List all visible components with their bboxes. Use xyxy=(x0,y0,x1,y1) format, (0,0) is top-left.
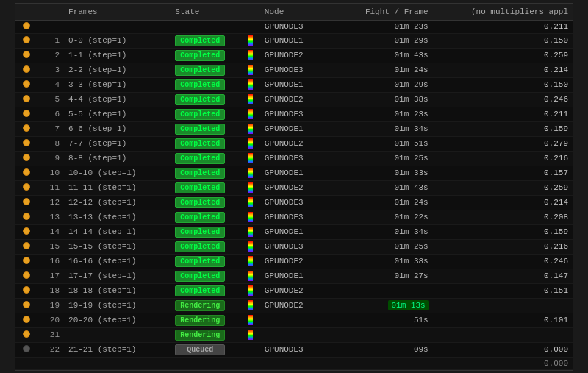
row-index: 18 xyxy=(37,283,64,298)
color-bar-cell xyxy=(248,20,260,33)
status-dot-cell xyxy=(15,342,37,357)
color-bar-cell xyxy=(248,63,260,77)
color-bar-cell xyxy=(248,121,260,136)
row-frames: 14-14 (step=1) xyxy=(64,224,171,239)
row-time: 01m 43s xyxy=(337,180,432,195)
status-badge: Completed xyxy=(175,256,225,267)
status-dot-cell xyxy=(15,166,37,180)
status-badge: Completed xyxy=(175,241,225,252)
row-value: 0.159 xyxy=(433,224,573,239)
footer-row: 0.000 xyxy=(15,357,573,369)
status-dot-cell xyxy=(15,136,37,151)
row-time: 01m 43s xyxy=(337,48,432,63)
row-node: GPUNODE3 xyxy=(260,195,338,210)
row-value: 0.157 xyxy=(433,166,573,180)
row-frames: 1-1 (step=1) xyxy=(64,48,171,63)
row-state: Completed xyxy=(171,283,248,298)
row-frames: 21-21 (step=1) xyxy=(64,342,171,357)
color-bar xyxy=(248,197,253,207)
row-state: Rendering xyxy=(171,313,248,327)
color-bar xyxy=(248,330,253,340)
row-state: Rendering xyxy=(171,298,248,313)
status-dot-cell xyxy=(15,63,37,77)
row-state: Completed xyxy=(171,180,248,195)
row-state: Completed xyxy=(171,63,248,77)
status-badge: Completed xyxy=(175,153,225,164)
status-dot xyxy=(23,213,30,220)
table-row: 2020-20 (step=1)Rendering51s0.101 xyxy=(15,313,573,327)
color-bar xyxy=(248,212,253,222)
row-node: GPUNODE2 xyxy=(260,180,338,195)
row-index: 20 xyxy=(37,313,64,327)
table-row: 87-7 (step=1)CompletedGPUNODE201m 51s0.2… xyxy=(15,136,573,151)
row-state: Completed xyxy=(171,92,248,107)
row-value: 0.211 xyxy=(433,20,573,33)
row-state: Queued xyxy=(171,342,248,357)
row-value: 0.246 xyxy=(433,92,573,107)
table-row: 1212-12 (step=1)CompletedGPUNODE301m 24s… xyxy=(15,195,573,210)
color-bar-cell xyxy=(248,313,260,327)
status-dot xyxy=(23,110,30,117)
row-frames: 11-11 (step=1) xyxy=(64,180,171,195)
row-time: 01m 23s xyxy=(337,107,432,121)
color-bar xyxy=(248,65,253,75)
color-bar xyxy=(248,35,253,46)
status-dot xyxy=(23,95,30,102)
status-dot-cell xyxy=(15,77,37,92)
color-bar-cell xyxy=(248,180,260,195)
row-state xyxy=(171,20,248,33)
table-row: 1717-17 (step=1)CompletedGPUNODE101m 27s… xyxy=(15,269,573,283)
row-index: 16 xyxy=(37,254,64,269)
row-time: 01m 38s xyxy=(337,92,432,107)
status-badge: Completed xyxy=(175,94,225,105)
table-row: 54-4 (step=1)CompletedGPUNODE201m 38s0.2… xyxy=(15,92,573,107)
row-time: 01m 34s xyxy=(337,224,432,239)
row-state: Completed xyxy=(171,195,248,210)
status-dot xyxy=(23,124,30,132)
row-node: GPUNODE1 xyxy=(260,33,338,48)
status-dot-cell xyxy=(15,195,37,210)
row-node: GPUNODE2 xyxy=(260,283,338,298)
status-badge: Completed xyxy=(175,227,225,238)
row-frames: 13-13 (step=1) xyxy=(64,210,171,224)
table-header-row: Frames State Node Fight / Frame (no mult… xyxy=(15,4,573,21)
color-bar-cell xyxy=(248,151,260,166)
table-row: GPUNODE301m 23s0.211 xyxy=(15,20,573,33)
row-index: 1 xyxy=(37,33,64,48)
row-node: GPUNODE3 xyxy=(260,239,338,254)
row-node: GPUNODE3 xyxy=(260,20,338,33)
col-divider-header xyxy=(248,4,260,21)
row-time xyxy=(337,327,432,342)
status-dot-cell xyxy=(15,224,37,239)
row-node: GPUNODE3 xyxy=(260,342,338,357)
status-badge: Rendering xyxy=(175,330,225,341)
row-frames: 2-2 (step=1) xyxy=(64,63,171,77)
status-dot xyxy=(23,271,30,279)
row-index: 21 xyxy=(37,327,64,342)
row-frames: 4-4 (step=1) xyxy=(64,92,171,107)
row-value: 0.216 xyxy=(433,239,573,254)
row-node: GPUNODE1 xyxy=(260,77,338,92)
row-time: 01m 33s xyxy=(337,166,432,180)
row-node: GPUNODE3 xyxy=(260,210,338,224)
status-badge: Completed xyxy=(175,65,225,76)
row-index: 10 xyxy=(37,166,64,180)
row-node: GPUNODE1 xyxy=(260,269,338,283)
status-dot-cell xyxy=(15,239,37,254)
row-index: 5 xyxy=(37,92,64,107)
col-frames-header: Frames xyxy=(64,4,171,21)
row-time: 09s xyxy=(337,342,432,357)
status-dot xyxy=(23,286,30,294)
row-node: GPUNODE1 xyxy=(260,121,338,136)
color-bar-cell xyxy=(248,48,260,63)
row-time: 01m 25s xyxy=(337,239,432,254)
row-frames: 8-8 (step=1) xyxy=(64,151,171,166)
status-dot xyxy=(23,183,30,191)
row-state: Completed xyxy=(171,77,248,92)
render-panel: Frames State Node Fight / Frame (no mult… xyxy=(15,3,573,371)
status-dot xyxy=(23,80,30,88)
col-time-header: Fight / Frame xyxy=(337,4,432,21)
status-dot xyxy=(23,139,30,146)
row-state: Completed xyxy=(171,254,248,269)
row-state: Completed xyxy=(171,107,248,121)
